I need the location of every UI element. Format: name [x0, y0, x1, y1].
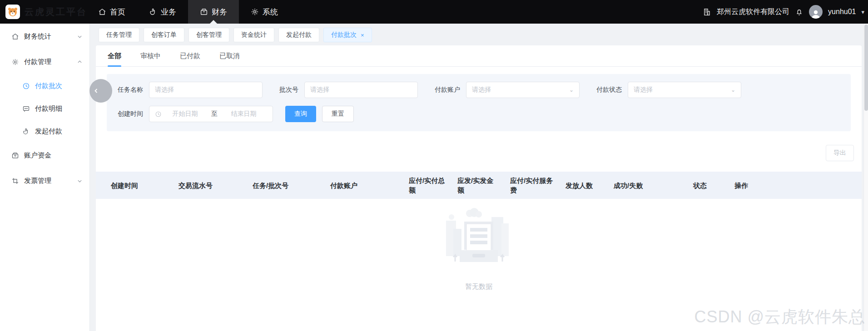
- nav-label: 首页: [110, 7, 125, 17]
- sidebar-item-account-funds[interactable]: 账户资金: [0, 143, 89, 168]
- subtab-cancelled[interactable]: 已取消: [219, 45, 240, 67]
- sidebar-label: 付款管理: [24, 58, 77, 66]
- tag-maker-mgmt[interactable]: 创客管理: [188, 28, 229, 42]
- scrollbar-thumb[interactable]: [864, 25, 868, 111]
- col-payable-total: 应付/实付总额: [402, 172, 450, 199]
- pay-account-select[interactable]: 请选择⌄: [466, 82, 580, 98]
- empty-text: 暂无数据: [465, 282, 492, 291]
- chevron-down-icon: ⌄: [731, 87, 735, 93]
- nav-label: 业务: [161, 7, 176, 17]
- nav-label: 财务: [212, 7, 227, 17]
- scrollbar-track[interactable]: [863, 24, 868, 331]
- subtab-reviewing[interactable]: 审核中: [140, 45, 161, 67]
- filter-row-1: 任务名称 请选择 批次号 请选择 付款账户 请选择⌄ 付款状态 请选择⌄: [118, 82, 840, 98]
- sidebar-item-payment-detail[interactable]: 付款明细: [0, 97, 89, 120]
- range-separator: 至: [208, 110, 220, 118]
- close-icon[interactable]: ×: [361, 32, 364, 39]
- status-subtabs: 全部 审核中 已付款 已取消: [96, 45, 862, 67]
- gear-icon: [11, 58, 19, 66]
- tag-payment-batch-active[interactable]: 付款批次 ×: [323, 28, 372, 42]
- subtab-all[interactable]: 全部: [108, 45, 121, 67]
- end-date-placeholder: 结束日期: [220, 110, 267, 118]
- nav-item-finance[interactable]: 财务: [188, 0, 239, 24]
- cashbox-icon: [200, 8, 208, 16]
- hand-icon: [149, 8, 157, 16]
- home-icon: [11, 32, 19, 40]
- col-success-fail: 成功/失败: [606, 172, 686, 199]
- tag-maker-orders[interactable]: 创客订单: [144, 28, 184, 42]
- col-issue-amount: 应发/实发金额: [450, 172, 503, 199]
- home-icon: [98, 8, 106, 16]
- table-card: 导出 创建时间 交易流水号 任务/批次号 付款账户 应付/实付总额 应发/实发金…: [96, 138, 862, 331]
- col-actions: 操作: [727, 172, 862, 199]
- nav-item-home[interactable]: 首页: [86, 0, 137, 24]
- tag-label: 付款批次: [331, 31, 357, 39]
- sidebar-item-initiate-payment[interactable]: 发起付款: [0, 120, 89, 143]
- reset-button[interactable]: 重置: [322, 106, 354, 122]
- placeholder-text: 请选择: [155, 86, 174, 94]
- table-header-row: 创建时间 交易流水号 任务/批次号 付款账户 应付/实付总额 应发/实发金额 应…: [96, 172, 862, 199]
- sidebar-label: 账户资金: [24, 151, 82, 160]
- crop-icon: [11, 177, 19, 185]
- col-recipient-count: 发放人数: [558, 172, 606, 199]
- gear-icon: [251, 8, 259, 16]
- chevron-down-icon: ⌄: [569, 87, 574, 93]
- date-range-picker[interactable]: 开始日期 至 结束日期: [149, 106, 273, 122]
- tag-label: 创客订单: [151, 31, 177, 39]
- logo-text: 云虎灵工平台: [25, 0, 87, 24]
- tag-label: 任务管理: [106, 31, 132, 39]
- pay-status-select[interactable]: 请选择⌄: [628, 82, 741, 98]
- col-service-fee: 应付/实付服务费: [503, 172, 558, 199]
- sidebar-item-invoice-mgmt[interactable]: 发票管理: [0, 168, 89, 193]
- chevron-left-icon: [94, 88, 99, 94]
- batch-no-input[interactable]: 请选择: [304, 82, 418, 98]
- user-caret-icon[interactable]: ▾: [861, 9, 864, 15]
- topnav-right: 郑州云虎软件有限公司 yunhu01 ▾: [703, 0, 864, 24]
- sidebar-label: 付款批次: [35, 82, 82, 90]
- sidebar-item-finance-stats[interactable]: 财务统计: [0, 24, 89, 49]
- col-pay-account: 付款账户: [323, 172, 402, 199]
- no-data-illustration: [438, 203, 520, 276]
- nav-item-business[interactable]: 业务: [137, 0, 188, 24]
- task-name-input[interactable]: 请选择: [149, 82, 263, 98]
- person-icon: [810, 9, 821, 19]
- top-nav: 云虎灵工平台 首页 业务 财务 系统 郑州云虎软件有限公司 yunhu01 ▾: [0, 0, 868, 24]
- tag-label: 创客管理: [196, 31, 222, 39]
- sidebar-collapse-handle[interactable]: [89, 79, 112, 103]
- main-content: 任务管理 创客订单 创客管理 资金统计 发起付款 付款批次 × 全部 审核中 已…: [90, 24, 863, 331]
- hand-icon: [22, 127, 30, 135]
- tag-label: 发起付款: [286, 31, 312, 39]
- avatar[interactable]: [809, 5, 823, 19]
- subtab-paid[interactable]: 已付款: [180, 45, 200, 67]
- chevron-up-icon: [77, 59, 82, 64]
- sidebar-item-payment-mgmt[interactable]: 付款管理: [0, 49, 89, 74]
- start-date-placeholder: 开始日期: [162, 110, 208, 118]
- username[interactable]: yunhu01: [828, 8, 856, 16]
- col-txn-serial: 交易流水号: [171, 172, 245, 199]
- tag-funds-stats[interactable]: 资金统计: [233, 28, 274, 42]
- batch-no-label: 批次号: [279, 86, 298, 94]
- bell-icon[interactable]: [795, 8, 804, 16]
- sidebar-label: 发票管理: [24, 177, 77, 185]
- tag-task-mgmt[interactable]: 任务管理: [99, 28, 139, 42]
- search-button[interactable]: 查询: [285, 106, 316, 122]
- col-status: 状态: [686, 172, 727, 199]
- clock-icon: [155, 111, 162, 118]
- company-name: 郑州云虎软件有限公司: [717, 7, 789, 17]
- col-task-batch-no: 任务/批次号: [245, 172, 323, 199]
- sidebar-item-payment-batch[interactable]: 付款批次: [0, 74, 89, 97]
- chevron-down-icon: [77, 34, 82, 39]
- tag-initiate-payment[interactable]: 发起付款: [278, 28, 319, 42]
- placeholder-text: 请选择: [472, 86, 491, 94]
- col-create-time: 创建时间: [96, 172, 171, 199]
- tag-label: 资金统计: [241, 31, 267, 39]
- export-button[interactable]: 导出: [826, 145, 854, 161]
- task-name-label: 任务名称: [118, 86, 143, 94]
- primary-nav: 首页 业务 财务 系统: [86, 0, 290, 24]
- nav-label: 系统: [263, 7, 278, 17]
- pay-account-label: 付款账户: [435, 86, 460, 94]
- nav-item-system[interactable]: 系统: [239, 0, 290, 24]
- archive-icon: [11, 151, 19, 159]
- sidebar: 财务统计 付款管理 付款批次 付款明细 发起付款 账户资金 发票管理: [0, 24, 90, 331]
- clock-icon: [22, 82, 30, 90]
